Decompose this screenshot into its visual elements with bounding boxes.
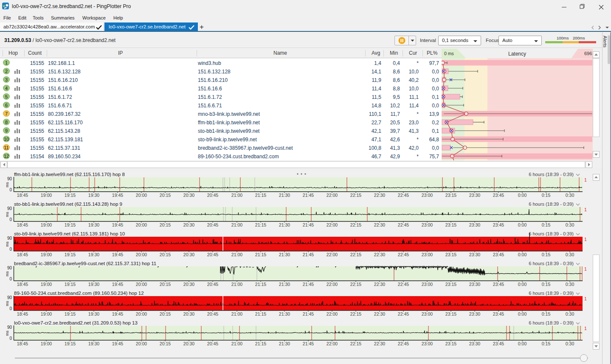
- svg-text:19:30: 19:30: [88, 193, 99, 198]
- svg-text:0: 0: [9, 247, 12, 252]
- svg-text:19:15: 19:15: [65, 311, 76, 316]
- svg-text:0: 0: [9, 217, 12, 222]
- svg-text:90: 90: [7, 266, 12, 270]
- svg-text:21:45: 21:45: [303, 222, 314, 227]
- svg-text:19:15: 19:15: [65, 282, 76, 287]
- svg-text:22:45: 22:45: [398, 311, 409, 316]
- svg-text:21:45: 21:45: [303, 252, 314, 257]
- svg-text:22:15: 22:15: [350, 282, 361, 287]
- svg-text:20:00: 20:00: [136, 193, 147, 198]
- svg-text:23:00: 23:00: [422, 252, 433, 257]
- svg-text:1: 1: [584, 237, 587, 242]
- svg-text:ffm-bb1-link.ip.twelve99.net (: ffm-bb1-link.ip.twelve99.net (62.115.116…: [14, 172, 125, 177]
- svg-text:23:30: 23:30: [469, 193, 480, 198]
- svg-text:18:45: 18:45: [17, 311, 28, 316]
- svg-text:19:15: 19:15: [65, 341, 76, 346]
- svg-text:21:30: 21:30: [279, 282, 290, 287]
- svg-text:23:15: 23:15: [445, 252, 456, 257]
- svg-text:90: 90: [7, 295, 12, 300]
- svg-text:18:45: 18:45: [17, 252, 28, 257]
- svg-text:21:15: 21:15: [255, 193, 266, 198]
- svg-text:18:45: 18:45: [17, 341, 28, 346]
- svg-text:0:00: 0:00: [518, 222, 527, 227]
- svg-text:19:45: 19:45: [112, 193, 123, 198]
- svg-text:22:00: 22:00: [327, 341, 338, 346]
- svg-text:19:15: 19:15: [65, 193, 76, 198]
- svg-text:23:45: 23:45: [493, 222, 504, 227]
- svg-text:23:30: 23:30: [469, 222, 480, 227]
- svg-text:20:45: 20:45: [207, 341, 218, 346]
- svg-text:lo0-vxo-owe7-cr2.se.bredband2.: lo0-vxo-owe7-cr2.se.bredband2.net (31.20…: [14, 320, 138, 325]
- svg-text:22:30: 22:30: [374, 252, 385, 257]
- svg-text:90: 90: [7, 206, 12, 211]
- svg-text:23:15: 23:15: [445, 341, 456, 346]
- svg-text:23:15: 23:15: [445, 282, 456, 287]
- svg-text:20:15: 20:15: [160, 252, 171, 257]
- svg-text:20:00: 20:00: [136, 311, 147, 316]
- svg-text:20:15: 20:15: [160, 341, 171, 346]
- svg-text:ms: ms: [5, 330, 9, 336]
- svg-text:sto-b9-link.ip.twelve99.net (6: sto-b9-link.ip.twelve99.net (62.115.139.…: [14, 231, 125, 236]
- svg-text:21:30: 21:30: [279, 341, 290, 346]
- svg-text:19:45: 19:45: [112, 282, 123, 287]
- svg-text:19:15: 19:15: [65, 222, 76, 227]
- svg-text:22:30: 22:30: [374, 341, 385, 346]
- svg-text:19:30: 19:30: [88, 311, 99, 316]
- svg-text:21:00: 21:00: [231, 341, 242, 346]
- svg-text:22:00: 22:00: [327, 252, 338, 257]
- svg-text:20:30: 20:30: [183, 193, 194, 198]
- svg-text:21:30: 21:30: [279, 222, 290, 227]
- svg-text:0:30: 0:30: [566, 341, 574, 346]
- svg-text:0:00: 0:00: [518, 282, 527, 287]
- svg-text:0:30: 0:30: [566, 282, 574, 287]
- svg-text:18:45: 18:45: [17, 193, 28, 198]
- svg-text:23:30: 23:30: [469, 282, 480, 287]
- svg-text:0:00: 0:00: [518, 193, 527, 198]
- svg-text:20:30: 20:30: [183, 282, 194, 287]
- svg-text:ms: ms: [5, 271, 9, 277]
- svg-text:6 hours (18:39 - 0:39): 6 hours (18:39 - 0:39): [529, 291, 574, 296]
- svg-text:21:00: 21:00: [231, 222, 242, 227]
- svg-text:19:15: 19:15: [65, 252, 76, 257]
- svg-text:19:45: 19:45: [112, 311, 123, 316]
- svg-text:1: 1: [584, 207, 587, 212]
- svg-text:0:30: 0:30: [566, 222, 574, 227]
- svg-text:0: 0: [9, 306, 12, 311]
- svg-text:20:15: 20:15: [160, 193, 171, 198]
- svg-text:20:30: 20:30: [183, 341, 194, 346]
- svg-text:23:30: 23:30: [469, 252, 480, 257]
- svg-text:0:00: 0:00: [518, 252, 527, 257]
- svg-text:21:30: 21:30: [279, 193, 290, 198]
- svg-text:21:30: 21:30: [279, 311, 290, 316]
- svg-text:23:00: 23:00: [422, 282, 433, 287]
- svg-text:22:30: 22:30: [374, 193, 385, 198]
- svg-text:sto-bb1-link.ip.twelve99.net (: sto-bb1-link.ip.twelve99.net (62.115.143…: [14, 202, 122, 207]
- svg-text:21:00: 21:00: [231, 193, 242, 198]
- svg-text:6 hours (18:39 - 0:39): 6 hours (18:39 - 0:39): [529, 320, 574, 325]
- svg-text:23:15: 23:15: [445, 311, 456, 316]
- svg-text:20:45: 20:45: [207, 252, 218, 257]
- svg-text:21:45: 21:45: [303, 341, 314, 346]
- svg-text:21:45: 21:45: [303, 193, 314, 198]
- svg-text:1: 1: [584, 177, 587, 182]
- svg-text:22:15: 22:15: [350, 252, 361, 257]
- svg-text:21:45: 21:45: [303, 282, 314, 287]
- svg-text:19:00: 19:00: [41, 282, 52, 287]
- svg-text:19:45: 19:45: [112, 252, 123, 257]
- svg-text:6 hours (18:39 - 0:39): 6 hours (18:39 - 0:39): [529, 172, 574, 177]
- svg-text:19:00: 19:00: [41, 311, 52, 316]
- svg-text:23:45: 23:45: [493, 193, 504, 198]
- svg-text:20:00: 20:00: [136, 282, 147, 287]
- svg-text:19:00: 19:00: [41, 252, 52, 257]
- svg-text:23:15: 23:15: [445, 222, 456, 227]
- svg-text:23:45: 23:45: [493, 252, 504, 257]
- svg-text:1: 1: [584, 326, 587, 331]
- svg-text:19:45: 19:45: [112, 222, 123, 227]
- svg-text:19:30: 19:30: [88, 282, 99, 287]
- svg-text:18:45: 18:45: [17, 222, 28, 227]
- svg-text:20:45: 20:45: [207, 282, 218, 287]
- svg-text:90: 90: [7, 236, 12, 241]
- svg-text:bredband2-ic-385967.ip.twelve9: bredband2-ic-385967.ip.twelve99-cust.net…: [14, 261, 156, 266]
- svg-text:22:15: 22:15: [350, 341, 361, 346]
- svg-text:20:15: 20:15: [160, 222, 171, 227]
